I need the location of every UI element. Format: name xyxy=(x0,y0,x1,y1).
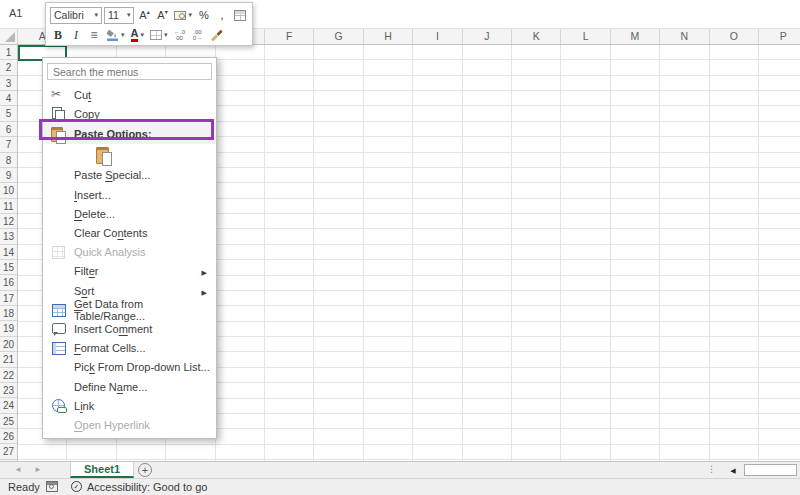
row-header-1[interactable]: 1 xyxy=(0,45,17,60)
menu-item-label: Filter xyxy=(74,265,98,277)
row-header-2[interactable]: 2 xyxy=(0,60,17,75)
tab-splitter-handle[interactable] xyxy=(707,464,716,474)
menu-item-insert[interactable]: Insert... xyxy=(43,185,216,204)
menu-icon-spacer xyxy=(51,418,66,432)
center-align-button[interactable]: ≡ xyxy=(86,26,102,44)
row-header-11[interactable]: 11 xyxy=(0,199,17,214)
accounting-number-format-button[interactable]: ▾ xyxy=(172,6,194,24)
row-header-18[interactable]: 18 xyxy=(0,306,17,321)
column-header-g[interactable]: G xyxy=(314,29,363,44)
previous-sheet-button[interactable] xyxy=(14,465,22,474)
row-header-22[interactable]: 22 xyxy=(0,368,17,383)
menu-item-paste-special[interactable]: Paste Special... xyxy=(43,166,216,185)
menu-item-label: Delete... xyxy=(74,208,115,220)
column-header-j[interactable]: J xyxy=(463,29,512,44)
menu-item-insert-comment[interactable]: Insert Comment xyxy=(43,319,216,338)
comma-style-button[interactable]: , xyxy=(214,6,230,24)
increase-decimal-button[interactable] xyxy=(172,26,188,44)
search-input[interactable] xyxy=(47,63,212,80)
row-header-15[interactable]: 15 xyxy=(0,260,17,275)
row-header-6[interactable]: 6 xyxy=(0,122,17,137)
horizontal-scrollbar-thumb[interactable] xyxy=(744,464,797,476)
chevron-down-icon: ▾ xyxy=(140,31,144,39)
column-header-p[interactable]: P xyxy=(759,29,800,44)
row-header-3[interactable]: 3 xyxy=(0,76,17,91)
menu-item-link[interactable]: Link xyxy=(43,396,216,415)
font-name-select[interactable]: Calibri ▾ xyxy=(50,7,102,24)
row-header-24[interactable]: 24 xyxy=(0,398,17,413)
menu-icon-spacer xyxy=(51,168,66,182)
format-painter-button[interactable] xyxy=(208,26,226,44)
menu-icon-spacer xyxy=(51,380,66,394)
row-header-25[interactable]: 25 xyxy=(0,414,17,429)
row-header-4[interactable]: 4 xyxy=(0,91,17,106)
row-header-21[interactable]: 21 xyxy=(0,352,17,367)
column-header-l[interactable]: L xyxy=(561,29,610,44)
row-header-10[interactable]: 10 xyxy=(0,183,17,198)
menu-item-label: Cut xyxy=(74,89,91,101)
font-size-select[interactable]: 11 ▾ xyxy=(104,7,134,24)
column-header-n[interactable]: N xyxy=(660,29,709,44)
column-header-o[interactable]: O xyxy=(710,29,759,44)
row-header-16[interactable]: 16 xyxy=(0,275,17,290)
row-header-19[interactable]: 19 xyxy=(0,321,17,336)
row-header-13[interactable]: 13 xyxy=(0,229,17,244)
macro-record-icon[interactable] xyxy=(46,481,58,492)
scroll-left-button[interactable] xyxy=(726,464,740,477)
menu-item-delete[interactable]: Delete... xyxy=(43,204,216,223)
select-all-corner[interactable] xyxy=(0,29,18,44)
status-bar: Ready Accessibility: Good to go xyxy=(0,478,800,495)
paste-keep-source-formatting-icon[interactable] xyxy=(96,147,111,164)
menu-item-label: Quick Analysis xyxy=(74,246,146,258)
increase-decimal-icon xyxy=(174,29,185,41)
menu-item-clear-contents[interactable]: Clear Contents xyxy=(43,223,216,242)
name-box[interactable]: A1 xyxy=(9,7,22,19)
row-header-27[interactable]: 27 xyxy=(0,444,17,459)
menu-item-paste-keep-source-formatting[interactable] xyxy=(43,144,216,166)
row-header-14[interactable]: 14 xyxy=(0,245,17,260)
mini-toolbar: Calibri ▾ 11 ▾ A▴ A▾ ▾ % , B I ≡ xyxy=(45,2,253,46)
menu-item-cut[interactable]: Cut xyxy=(43,85,216,104)
menu-item-filter[interactable]: Filter xyxy=(43,262,216,281)
increase-font-size-button[interactable]: A▴ xyxy=(136,6,152,24)
menu-item-label: Copy xyxy=(74,108,100,120)
fill-color-button[interactable]: ▾ xyxy=(104,26,127,44)
menu-item-pick-from-drop-down-list[interactable]: Pick From Drop-down List... xyxy=(43,358,216,377)
menu-item-define-name[interactable]: Define Name... xyxy=(43,377,216,396)
italic-button[interactable]: I xyxy=(68,26,84,44)
row-header-26[interactable]: 26 xyxy=(0,429,17,444)
bold-button[interactable]: B xyxy=(50,26,66,44)
row-header-20[interactable]: 20 xyxy=(0,337,17,352)
menu-item-label: Get Data from Table/Range... xyxy=(74,298,216,322)
menu-icon-spacer xyxy=(51,284,66,298)
menu-item-quick-analysis: Quick Analysis xyxy=(43,243,216,262)
row-header-23[interactable]: 23 xyxy=(0,383,17,398)
row-header-17[interactable]: 17 xyxy=(0,291,17,306)
format-as-table-button[interactable] xyxy=(232,6,248,24)
row-header-5[interactable]: 5 xyxy=(0,106,17,121)
next-sheet-button[interactable] xyxy=(34,465,42,474)
menu-item-get-data-from-table-range[interactable]: Get Data from Table/Range... xyxy=(43,300,216,319)
column-header-h[interactable]: H xyxy=(364,29,413,44)
sheet-tab-sheet1[interactable]: Sheet1 xyxy=(70,462,134,478)
column-header-f[interactable]: F xyxy=(265,29,314,44)
chevron-down-icon: ▾ xyxy=(121,31,125,39)
accessibility-status[interactable]: Accessibility: Good to go xyxy=(87,481,207,493)
percent-style-button[interactable]: % xyxy=(196,6,212,24)
borders-button[interactable]: ▾ xyxy=(148,26,170,44)
column-header-k[interactable]: K xyxy=(512,29,561,44)
row-header-7[interactable]: 7 xyxy=(0,137,17,152)
decrease-font-size-button[interactable]: A▾ xyxy=(154,6,170,24)
row-header-9[interactable]: 9 xyxy=(0,168,17,183)
column-header-m[interactable]: M xyxy=(611,29,660,44)
column-header-i[interactable]: I xyxy=(413,29,462,44)
decrease-decimal-button[interactable] xyxy=(190,26,206,44)
font-color-button[interactable]: A ▾ xyxy=(129,26,146,44)
new-sheet-button[interactable] xyxy=(138,463,152,477)
menu-icon-spacer xyxy=(51,207,66,221)
menu-item-format-cells[interactable]: Format Cells... xyxy=(43,339,216,358)
row-header-12[interactable]: 12 xyxy=(0,214,17,229)
submenu-arrow-icon xyxy=(202,285,216,297)
accounting-icon xyxy=(174,11,186,20)
row-header-8[interactable]: 8 xyxy=(0,153,17,168)
